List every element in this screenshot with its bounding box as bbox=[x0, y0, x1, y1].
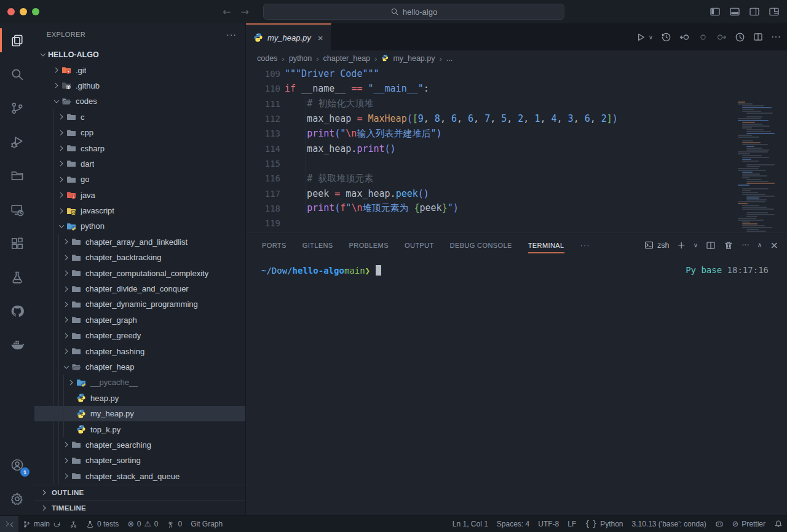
status-tests[interactable]: 0 tests bbox=[82, 516, 123, 532]
tree-item--github[interactable]: .github bbox=[34, 78, 245, 93]
code-editor[interactable]: 109"""Driver Code"""110if __name__ == "_… bbox=[246, 66, 787, 232]
tree-item-csharp[interactable]: csharp bbox=[34, 140, 245, 156]
panel-tab-terminal[interactable]: TERMINAL bbox=[528, 233, 564, 257]
status-notifications[interactable] bbox=[770, 516, 787, 532]
tree-item-chapter-heap[interactable]: chapter_heap bbox=[34, 359, 245, 375]
maximize-panel-icon[interactable]: ∧ bbox=[757, 241, 762, 249]
tree-item-chapter-backtracking[interactable]: chapter_backtracking bbox=[34, 250, 245, 265]
tree-item-heap-py[interactable]: heap.py bbox=[34, 391, 245, 406]
panel-tab-problems[interactable]: PROBLEMS bbox=[349, 233, 389, 257]
layout-panel-icon[interactable] bbox=[729, 6, 740, 17]
tree-item--pycache-[interactable]: __pycache__ bbox=[34, 375, 245, 390]
tree-item-go[interactable]: go bbox=[34, 172, 245, 187]
tree-item-cpp[interactable]: cpp bbox=[34, 125, 245, 140]
status-git-graph[interactable]: Git Graph bbox=[186, 516, 227, 532]
prev-change-icon[interactable] bbox=[679, 32, 690, 42]
terminal-dropdown-icon[interactable]: ∨ bbox=[694, 242, 698, 248]
status-git-graph-icon-item[interactable] bbox=[65, 516, 82, 532]
tree-item-top-k-py[interactable]: top_k.py bbox=[34, 421, 245, 437]
tree-item-c[interactable]: c bbox=[34, 109, 245, 125]
circle-icon[interactable] bbox=[698, 32, 708, 42]
tree-item-chapter-array-and-linkedlist[interactable]: chapter_array_and_linkedlist bbox=[34, 234, 245, 250]
activity-remote-explorer[interactable] bbox=[0, 193, 34, 226]
tree-item-hello-algo[interactable]: HELLO-ALGO bbox=[34, 47, 245, 62]
tree-item-chapter-stack-and-queue[interactable]: chapter_stack_and_queue bbox=[34, 469, 245, 484]
status-prettier[interactable]: ⊘Prettier bbox=[728, 516, 770, 532]
history-icon[interactable] bbox=[661, 32, 671, 42]
status-cursor-position[interactable]: Ln 1, Col 1 bbox=[448, 516, 492, 532]
activity-testing[interactable] bbox=[0, 260, 34, 294]
breadcrumb-item[interactable]: python bbox=[289, 54, 312, 63]
close-window-button[interactable] bbox=[7, 8, 15, 15]
status-eol[interactable]: LF bbox=[563, 516, 580, 532]
tree-item-chapter-graph[interactable]: chapter_graph bbox=[34, 312, 245, 328]
tree-item-codes[interactable]: codes bbox=[34, 93, 245, 109]
panel-tab-output[interactable]: OUTPUT bbox=[405, 233, 434, 257]
breadcrumb-item[interactable]: chapter_heap bbox=[323, 54, 370, 63]
tree-item-javascript[interactable]: JSjavascript bbox=[34, 203, 245, 218]
activity-explorer[interactable] bbox=[0, 23, 34, 57]
layout-sidebar-left-icon[interactable] bbox=[710, 6, 721, 17]
navigate-back-icon[interactable]: ← bbox=[223, 6, 231, 18]
panel-tab-debug-console[interactable]: DEBUG CONSOLE bbox=[450, 233, 512, 257]
timeline-section[interactable]: TIMELINE bbox=[34, 500, 245, 515]
tree-item--git[interactable]: .git bbox=[34, 62, 245, 77]
panel-more-actions-icon[interactable]: ··· bbox=[742, 240, 749, 250]
breadcrumb-item[interactable]: ... bbox=[446, 54, 453, 63]
activity-folders[interactable] bbox=[0, 159, 34, 193]
run-icon[interactable] bbox=[635, 32, 646, 42]
breadcrumb-item[interactable]: codes bbox=[257, 54, 277, 63]
status-copilot[interactable] bbox=[711, 516, 728, 532]
tab-my-heap-py[interactable]: my_heap.py × bbox=[246, 23, 331, 50]
panel-tabs-more-icon[interactable]: ··· bbox=[580, 240, 590, 250]
status-python-interpreter[interactable]: 3.10.13 ('base': conda) bbox=[627, 516, 710, 532]
command-center-search[interactable]: hello-algo bbox=[263, 4, 564, 20]
tree-item-chapter-dynamic-programming[interactable]: chapter_dynamic_programming bbox=[34, 296, 245, 312]
activity-search[interactable] bbox=[0, 57, 34, 91]
zoom-window-button[interactable] bbox=[32, 8, 39, 15]
next-change-icon[interactable] bbox=[716, 32, 727, 42]
layout-custom-icon[interactable] bbox=[769, 6, 780, 17]
navigate-forward-icon[interactable]: → bbox=[240, 6, 248, 18]
status-remote-window[interactable] bbox=[0, 516, 18, 532]
status-indentation[interactable]: Spaces: 4 bbox=[492, 516, 534, 532]
panel-tab-ports[interactable]: PORTS bbox=[262, 233, 287, 257]
tree-item-my-heap-py[interactable]: my_heap.py bbox=[34, 406, 245, 421]
runclock-icon[interactable] bbox=[735, 32, 745, 42]
activity-docker[interactable] bbox=[0, 328, 34, 362]
tree-item-python[interactable]: python bbox=[34, 218, 245, 234]
layout-sidebar-right-icon[interactable] bbox=[749, 6, 760, 17]
activity-extensions[interactable] bbox=[0, 226, 34, 260]
breadcrumb-item[interactable]: my_heap.py bbox=[381, 54, 435, 63]
activity-run-debug[interactable] bbox=[0, 125, 34, 159]
tree-item-chapter-sorting[interactable]: chapter_sorting bbox=[34, 453, 245, 468]
minimap[interactable] bbox=[737, 101, 776, 232]
close-tab-icon[interactable]: × bbox=[318, 33, 323, 43]
status-ports[interactable]: 0 bbox=[162, 516, 186, 532]
outline-section[interactable]: OUTLINE bbox=[34, 485, 245, 500]
split-terminal-icon[interactable] bbox=[706, 240, 716, 250]
status-problems[interactable]: ⊗0⚠0 bbox=[123, 516, 162, 532]
new-terminal-icon[interactable]: + bbox=[677, 239, 685, 251]
tree-item-chapter-divide-and-conquer[interactable]: chapter_divide_and_conquer bbox=[34, 281, 245, 296]
status-encoding[interactable]: UTF-8 bbox=[534, 516, 563, 532]
tree-item-chapter-hashing[interactable]: chapter_hashing bbox=[34, 343, 245, 359]
split-icon[interactable] bbox=[753, 32, 763, 42]
terminal[interactable]: ~/Dow/hello-algo main ❯ Py base 18:17:16 bbox=[246, 257, 787, 515]
activity-settings[interactable] bbox=[0, 482, 34, 515]
terminal-shell-picker[interactable]: zsh bbox=[644, 240, 669, 250]
explorer-more-actions-icon[interactable]: ··· bbox=[226, 30, 237, 39]
tree-item-java[interactable]: java bbox=[34, 188, 245, 203]
tree-item-chapter-computational-complexity[interactable]: chapter_computational_complexity bbox=[34, 265, 245, 280]
editor-more-actions-icon[interactable]: ··· bbox=[771, 31, 781, 42]
panel-tab-gitlens[interactable]: GITLENS bbox=[303, 233, 333, 257]
tree-item-chapter-searching[interactable]: chapter_searching bbox=[34, 437, 245, 453]
status-git-branch[interactable]: main bbox=[18, 516, 65, 532]
minimize-window-button[interactable] bbox=[20, 8, 27, 15]
run-dropdown-icon[interactable]: ∨ bbox=[649, 34, 653, 41]
activity-accounts[interactable]: 1 bbox=[0, 448, 34, 482]
kill-terminal-icon[interactable] bbox=[724, 240, 734, 250]
activity-source-control[interactable] bbox=[0, 91, 34, 125]
close-panel-icon[interactable]: × bbox=[770, 239, 778, 251]
tree-item-dart[interactable]: dart bbox=[34, 156, 245, 172]
